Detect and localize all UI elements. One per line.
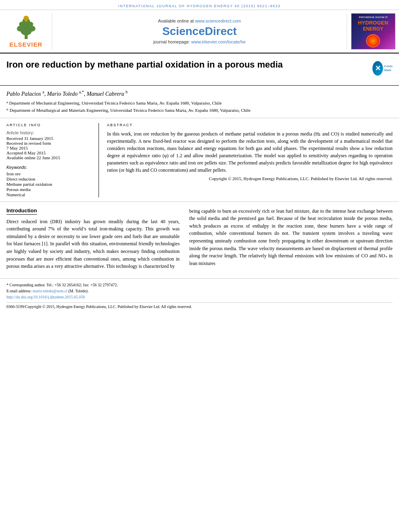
- crossmark-badge[interactable]: ✕ CrossMark: [372, 61, 393, 81]
- footer-tel: Tel.: +56 32 2654162; fax: +56 32 279747…: [46, 283, 118, 287]
- authors-section: Pablo Palacios a, Mario Toledo a,*, Manu…: [0, 86, 399, 118]
- journal-cover-image: International Journal of HYDROGEN ENERGY: [351, 13, 395, 49]
- intro-right-col: being capable to burn an excessively ric…: [189, 207, 393, 270]
- abstract-col: ABSTRACT In this work, iron ore reductio…: [107, 123, 393, 197]
- keyword-4: Porous media: [6, 187, 93, 192]
- svg-rect-9: [25, 20, 27, 22]
- accepted-date: Accepted 8 May 2015: [6, 150, 93, 155]
- journal-header: INTERNATIONAL JOURNAL OF HYDROGEN ENERGY…: [0, 0, 399, 10]
- keyword-3: Methane partial oxidation: [6, 182, 93, 187]
- journal-cover-area: International Journal of HYDROGEN ENERGY: [347, 13, 399, 49]
- affiliation-b: ᵇ Department of Metallurgical and Materi…: [6, 107, 393, 114]
- intro-heading: Introduction: [6, 207, 37, 215]
- footer-copyright: 0360-3199/Copyright © 2015, Hydrogen Ene…: [6, 302, 393, 309]
- journal-cover-title: HYDROGEN ENERGY: [358, 20, 388, 32]
- banner-center: Available online at www.sciencedirect.co…: [52, 13, 347, 49]
- footer-doi-link[interactable]: http://dx.doi.org/10.1016/j.ijhydene.201…: [6, 295, 85, 299]
- banner: ELSEVIER Available online at www.science…: [0, 10, 399, 53]
- journal-homepage-text: journal homepage: www.elsevier.com/locat…: [153, 39, 245, 44]
- affiliation-a: ᵃ Department of Mechanical Engineering, …: [6, 100, 393, 107]
- journal-cover-subtitle: International Journal of: [359, 15, 387, 19]
- elsevier-text: ELSEVIER: [9, 41, 42, 48]
- affil-a1: a: [42, 90, 44, 94]
- sciencedirect-logo: ScienceDirect: [162, 25, 237, 38]
- article-title-section: Iron ore reduction by methane partial ox…: [0, 53, 399, 86]
- content-section: ARTICLE INFO Article history: Received 3…: [0, 118, 399, 202]
- footer-corresponding: * Corresponding author. Tel.: +56 32 265…: [6, 282, 393, 300]
- available-date: Available online 22 June 2015: [6, 155, 93, 160]
- keyword-2: Direct reduction: [6, 177, 93, 181]
- intro-right-para: being capable to burn an excessively ric…: [189, 207, 393, 267]
- abstract-text: In this work, iron ore reduction by the …: [107, 130, 393, 174]
- authors-line: Pablo Palacios a, Mario Toledo a,*, Manu…: [6, 90, 393, 97]
- keyword-5: Numerical: [6, 192, 93, 197]
- author-pablo: Pablo Palacios: [6, 91, 41, 97]
- author-manuel: Manuel Cabrera: [86, 91, 124, 97]
- journal-header-text: INTERNATIONAL JOURNAL OF HYDROGEN ENERGY…: [118, 4, 281, 8]
- article-info-heading: ARTICLE INFO: [6, 123, 93, 127]
- footer-email-link[interactable]: mario.toledo@usm.cl: [33, 289, 67, 293]
- revised-date: 7 May 2015: [6, 146, 93, 150]
- affil-a2: a,*: [79, 90, 84, 94]
- keyword-1: Iron ore: [6, 171, 93, 176]
- abstract-copyright: Copyright © 2015, Hydrogen Energy Public…: [107, 176, 393, 181]
- corresponding-label: * Corresponding author.: [6, 283, 45, 287]
- keywords-label: Keywords:: [6, 165, 93, 170]
- affil-b: b: [125, 90, 128, 94]
- footer-email-label: E-mail address:: [6, 289, 31, 293]
- body-section: Introduction Direct reduced iron (DRI) i…: [0, 202, 399, 274]
- received-date: Received 31 January 2015: [6, 136, 93, 141]
- elsevier-logo-area: ELSEVIER: [0, 13, 52, 49]
- author-mario: Mario Toledo: [47, 91, 78, 97]
- intro-left-col: Introduction Direct reduced iron (DRI) i…: [6, 207, 180, 270]
- footer-section: * Corresponding author. Tel.: +56 32 265…: [0, 278, 399, 311]
- history-label: Article history:: [6, 130, 93, 135]
- journal-homepage-url[interactable]: www.elsevier.com/locate/he: [191, 39, 246, 44]
- journal-cover-graphic: [366, 34, 380, 47]
- article-title: Iron ore reduction by methane partial ox…: [6, 59, 283, 71]
- revised-label: Received in revised form: [6, 141, 93, 146]
- article-info-col: ARTICLE INFO Article history: Received 3…: [6, 123, 99, 197]
- crossmark-label: CrossMark: [384, 64, 393, 72]
- abstract-heading: ABSTRACT: [107, 123, 393, 127]
- elsevier-tree-icon: [10, 15, 42, 39]
- intro-left-para: Direct reduced iron (DRI) industry has g…: [6, 218, 180, 270]
- sciencedirect-url[interactable]: www.sciencedirect.com: [195, 18, 241, 23]
- crossmark-icon: ✕: [372, 61, 383, 76]
- available-online-text: Available online at www.sciencedirect.co…: [158, 18, 241, 23]
- footer-email-person: (M. Toledo).: [68, 289, 89, 293]
